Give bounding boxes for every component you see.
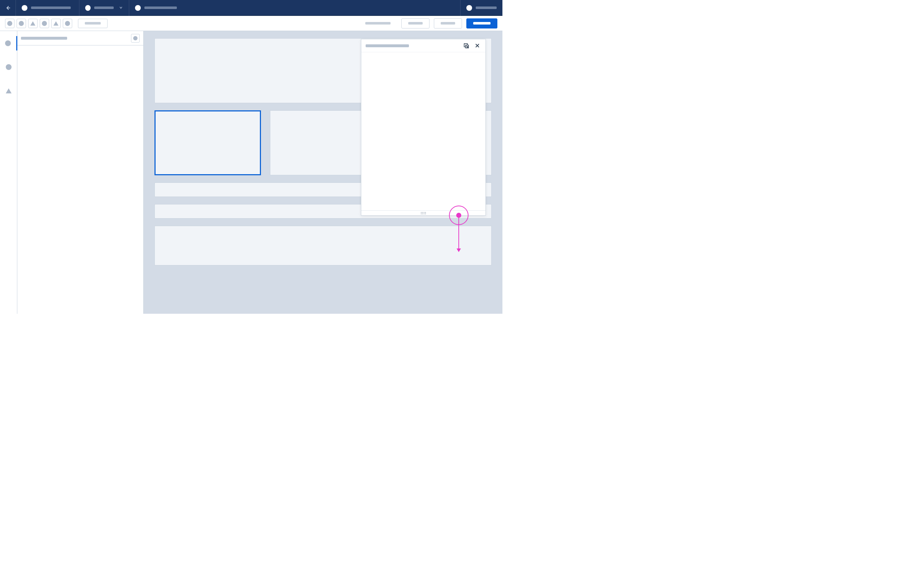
dropdown-label — [85, 22, 101, 24]
floating-panel-header[interactable] — [361, 39, 485, 52]
tool-button-3[interactable] — [28, 19, 37, 28]
toolbar-dropdown[interactable] — [78, 19, 108, 28]
pop-out-icon — [464, 43, 469, 48]
nav-user-area[interactable] — [460, 0, 502, 16]
workspace — [0, 31, 502, 314]
tool-button-2[interactable] — [16, 19, 26, 28]
button-label — [441, 22, 455, 24]
explorer-action-button[interactable] — [131, 34, 140, 43]
tab-indicator-icon — [22, 5, 27, 11]
user-avatar-icon — [466, 5, 472, 11]
nav-tab-3[interactable] — [129, 0, 317, 16]
chevron-down-icon[interactable] — [119, 5, 123, 11]
triangle-icon — [53, 21, 58, 26]
circle-icon — [42, 21, 47, 26]
floating-panel — [361, 39, 486, 216]
triangle-icon — [6, 89, 11, 93]
circle-icon — [7, 21, 12, 26]
button-label — [408, 22, 423, 24]
rail-tab-3[interactable] — [0, 84, 17, 98]
toolbar-info-label — [365, 22, 391, 24]
tab-indicator-icon — [85, 5, 90, 11]
pop-out-button[interactable] — [462, 42, 470, 50]
floating-panel-resize-handle[interactable] — [361, 210, 485, 215]
nav-tab-2[interactable] — [79, 0, 129, 16]
explorer-title — [21, 37, 67, 40]
tab-label — [94, 6, 114, 9]
toolbar-primary-button[interactable] — [466, 18, 498, 29]
toolbar — [0, 16, 502, 31]
circle-icon — [5, 40, 11, 46]
tool-button-1[interactable] — [5, 19, 15, 28]
circle-icon — [19, 21, 24, 26]
tab-indicator-icon — [135, 5, 141, 11]
arrow-left-icon — [5, 5, 11, 11]
canvas-block-row-3[interactable] — [155, 226, 492, 266]
back-button[interactable] — [0, 0, 16, 16]
explorer-body[interactable] — [17, 45, 143, 314]
rail-tab-2[interactable] — [0, 60, 17, 74]
tool-button-4[interactable] — [40, 19, 49, 28]
tool-button-5[interactable] — [51, 19, 61, 28]
explorer-header — [17, 31, 143, 45]
sidebar-rail — [0, 31, 17, 314]
toolbar-secondary-button-2[interactable] — [434, 18, 462, 29]
tab-label — [144, 6, 177, 9]
grip-icon — [421, 212, 426, 214]
circle-icon — [6, 64, 11, 70]
button-label — [473, 22, 491, 24]
canvas-block-selected[interactable] — [155, 110, 261, 175]
nav-tab-1[interactable] — [16, 0, 79, 16]
floating-panel-body[interactable] — [361, 52, 485, 210]
tool-button-6[interactable] — [63, 19, 72, 28]
editor-canvas[interactable] — [144, 31, 502, 314]
circle-icon — [65, 21, 70, 26]
tab-label — [31, 6, 71, 9]
toolbar-secondary-button-1[interactable] — [401, 18, 430, 29]
close-button[interactable] — [473, 42, 481, 50]
user-label — [476, 6, 497, 9]
circle-icon — [133, 36, 137, 40]
rail-tab-1[interactable] — [0, 36, 17, 50]
top-navigation-bar — [0, 0, 502, 16]
explorer-panel — [17, 31, 144, 314]
canvas-block-b[interactable] — [270, 110, 376, 175]
floating-panel-title — [366, 44, 409, 47]
close-icon — [475, 43, 480, 48]
triangle-icon — [30, 21, 36, 26]
